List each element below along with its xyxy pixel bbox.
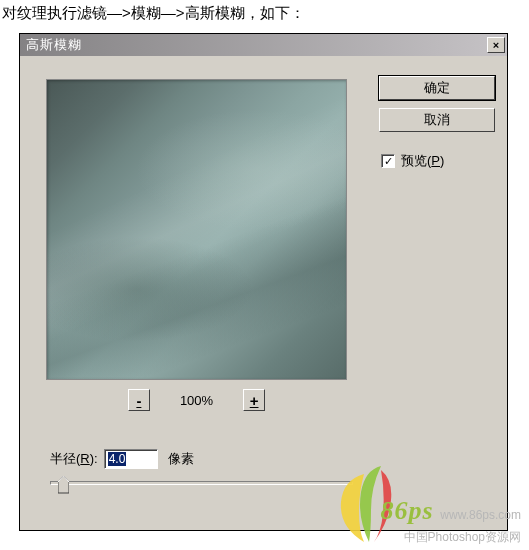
check-icon: ✓ — [384, 155, 393, 168]
cancel-button[interactable]: 取消 — [379, 108, 495, 132]
svg-marker-0 — [58, 476, 69, 493]
close-icon: × — [493, 39, 499, 51]
slider-thumb[interactable] — [58, 476, 69, 494]
zoom-out-button[interactable]: - — [128, 389, 150, 411]
radius-slider[interactable] — [50, 481, 353, 485]
right-panel: 确定 取消 ✓ 预览(P) — [379, 76, 495, 170]
preview-checkbox[interactable]: ✓ — [381, 154, 395, 168]
preview-checkbox-row: ✓ 预览(P) — [379, 152, 495, 170]
dialog-body: - 100% + 半径(R): 4.0 像素 — [20, 56, 507, 530]
radius-input[interactable]: 4.0 — [104, 449, 158, 469]
dialog-title: 高斯模糊 — [26, 36, 82, 54]
zoom-in-button[interactable]: + — [243, 389, 265, 411]
watermark-tagline: 中国Photoshop资源网 — [381, 529, 522, 546]
radius-label: 半径(R): — [50, 450, 98, 468]
ok-button[interactable]: 确定 — [379, 76, 495, 100]
radius-row: 半径(R): 4.0 像素 — [50, 449, 194, 469]
radius-value: 4.0 — [108, 452, 127, 466]
plus-icon: + — [250, 392, 259, 409]
dialog-titlebar[interactable]: 高斯模糊 × — [20, 34, 507, 56]
zoom-controls: - 100% + — [46, 388, 347, 412]
instruction-caption: 对纹理执行滤镜—>模糊—>高斯模糊，如下： — [0, 0, 529, 29]
radius-unit: 像素 — [168, 450, 194, 468]
preview-label: 预览(P) — [401, 152, 444, 170]
minus-icon: - — [136, 392, 141, 409]
zoom-level-label: 100% — [180, 393, 213, 408]
gaussian-blur-dialog: 高斯模糊 × - 100% + 半径(R): 4.0 像素 — [19, 33, 508, 531]
close-button[interactable]: × — [487, 37, 505, 53]
preview-image[interactable] — [46, 79, 347, 380]
